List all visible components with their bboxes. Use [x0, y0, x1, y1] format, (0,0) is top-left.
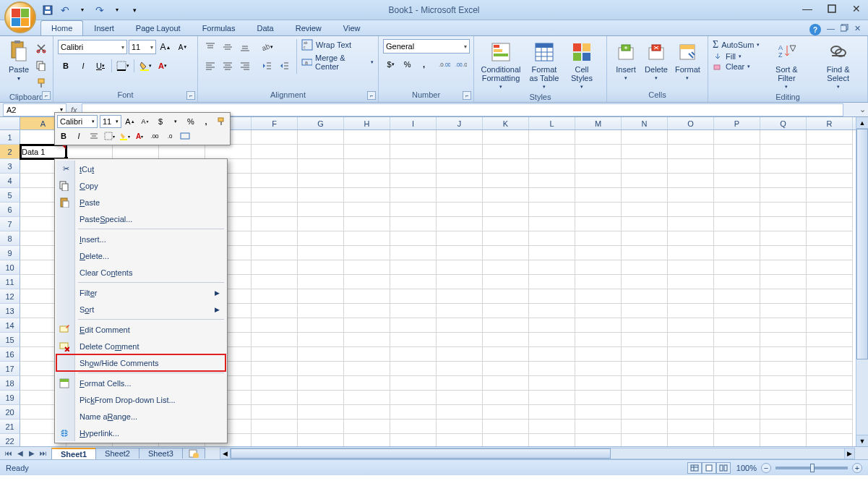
decrease-decimal-icon[interactable]: .00.0: [454, 56, 469, 72]
qat-more[interactable]: ▾: [127, 3, 142, 17]
cell-P18[interactable]: [714, 376, 760, 391]
cm-insert[interactable]: Insert...: [56, 231, 225, 247]
cell-Q8[interactable]: [760, 231, 807, 246]
zoom-level[interactable]: 100%: [736, 464, 757, 472]
cell-N15[interactable]: [622, 333, 668, 347]
cell-Q15[interactable]: [760, 333, 807, 347]
cell-G11[interactable]: [298, 275, 344, 289]
vertical-scrollbar[interactable]: ▲ ▼: [856, 117, 868, 446]
cell-M19[interactable]: [575, 391, 622, 405]
orientation-icon[interactable]: ab▾: [259, 39, 275, 55]
cell-M13[interactable]: [575, 304, 622, 318]
cell-Q20[interactable]: [760, 405, 807, 420]
align-middle-icon[interactable]: [220, 39, 236, 55]
cell-P10[interactable]: [714, 260, 760, 275]
mini-comma-icon[interactable]: ,: [199, 115, 212, 128]
cell-I1[interactable]: [390, 130, 437, 145]
cell-F16[interactable]: [252, 347, 298, 362]
formula-expand-icon[interactable]: ⌄: [856, 105, 868, 114]
col-header-H[interactable]: H: [344, 117, 390, 129]
cell-P9[interactable]: [714, 246, 760, 260]
cell-K20[interactable]: [483, 405, 529, 420]
cell-Q5[interactable]: [760, 188, 807, 203]
cell-N2[interactable]: [622, 145, 668, 159]
row-header-5[interactable]: 5: [0, 188, 20, 203]
cell-M11[interactable]: [575, 275, 622, 289]
row-header-14[interactable]: 14: [0, 318, 20, 333]
cell-F11[interactable]: [252, 275, 298, 289]
cell-P6[interactable]: [714, 203, 760, 217]
col-header-O[interactable]: O: [668, 117, 714, 129]
cell-L18[interactable]: [529, 376, 575, 391]
cell-M10[interactable]: [575, 260, 622, 275]
cm-pick-dropdown[interactable]: Pick From Drop-down List...: [56, 391, 225, 408]
cell-Q11[interactable]: [760, 275, 807, 289]
cell-Q10[interactable]: [760, 260, 807, 275]
cell-Q13[interactable]: [760, 304, 807, 318]
col-header-N[interactable]: N: [622, 117, 668, 129]
mini-border-icon[interactable]: ▾: [103, 129, 116, 142]
cell-F9[interactable]: [252, 246, 298, 260]
cell-G5[interactable]: [298, 188, 344, 203]
cell-R6[interactable]: [807, 203, 853, 217]
cell-J16[interactable]: [437, 347, 483, 362]
row-header-17[interactable]: 17: [0, 362, 20, 376]
cell-I9[interactable]: [390, 246, 437, 260]
cell-F3[interactable]: [252, 159, 298, 174]
cell-P19[interactable]: [714, 391, 760, 405]
cell-H5[interactable]: [344, 188, 390, 203]
cell-N21[interactable]: [622, 420, 668, 434]
number-format-combo[interactable]: General▾: [383, 39, 470, 54]
format-painter-icon[interactable]: [33, 75, 49, 91]
cell-Q6[interactable]: [760, 203, 807, 217]
cell-R1[interactable]: [807, 130, 853, 145]
cell-N14[interactable]: [622, 318, 668, 333]
close-button[interactable]: ✕: [851, 3, 862, 14]
cell-P14[interactable]: [714, 318, 760, 333]
cell-L4[interactable]: [529, 174, 575, 188]
cell-I11[interactable]: [390, 275, 437, 289]
cell-P2[interactable]: [714, 145, 760, 159]
sheet-tab-1[interactable]: Sheet1: [51, 448, 96, 459]
cell-J17[interactable]: [437, 362, 483, 376]
cell-G9[interactable]: [298, 246, 344, 260]
cell-O5[interactable]: [668, 188, 714, 203]
cell-G15[interactable]: [298, 333, 344, 347]
cell-Q7[interactable]: [760, 217, 807, 231]
cell-P22[interactable]: [714, 434, 760, 446]
row-header-2[interactable]: 2: [0, 145, 20, 159]
decrease-indent-icon[interactable]: [259, 58, 275, 74]
cell-O3[interactable]: [668, 159, 714, 174]
cell-J21[interactable]: [437, 420, 483, 434]
sheet-tab-3[interactable]: Sheet3: [139, 448, 183, 459]
cell-L10[interactable]: [529, 260, 575, 275]
cell-I2[interactable]: [390, 145, 437, 159]
cm-paste-special[interactable]: Paste Special...: [56, 210, 225, 227]
cell-J11[interactable]: [437, 275, 483, 289]
cell-O7[interactable]: [668, 217, 714, 231]
cell-H11[interactable]: [344, 275, 390, 289]
cell-I16[interactable]: [390, 347, 437, 362]
mini-merge-icon[interactable]: [179, 129, 192, 142]
cell-J8[interactable]: [437, 231, 483, 246]
cell-R9[interactable]: [807, 246, 853, 260]
col-header-I[interactable]: I: [390, 117, 437, 129]
cell-I3[interactable]: [390, 159, 437, 174]
cell-R13[interactable]: [807, 304, 853, 318]
cell-H10[interactable]: [344, 260, 390, 275]
cell-H7[interactable]: [344, 217, 390, 231]
cell-K18[interactable]: [483, 376, 529, 391]
cell-K2[interactable]: [483, 145, 529, 159]
bold-button[interactable]: B: [58, 58, 74, 74]
cell-M17[interactable]: [575, 362, 622, 376]
undo-icon[interactable]: ↶: [58, 3, 72, 17]
cell-P5[interactable]: [714, 188, 760, 203]
col-header-F[interactable]: F: [252, 117, 298, 129]
office-button[interactable]: [4, 1, 36, 33]
undo-dd[interactable]: ▾: [75, 3, 90, 17]
cell-M15[interactable]: [575, 333, 622, 347]
cell-L8[interactable]: [529, 231, 575, 246]
cell-G20[interactable]: [298, 405, 344, 420]
cell-H9[interactable]: [344, 246, 390, 260]
cell-J6[interactable]: [437, 203, 483, 217]
